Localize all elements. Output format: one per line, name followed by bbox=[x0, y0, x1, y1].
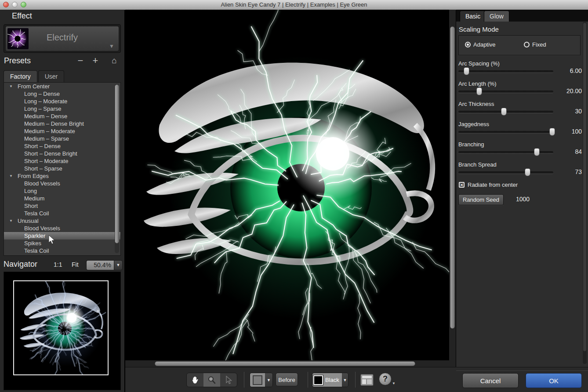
radiate-from-center-checkbox[interactable]: × Radiate from center bbox=[459, 181, 518, 188]
slider-label: Jaggedness bbox=[458, 121, 489, 127]
settings-scroll-thumb[interactable] bbox=[583, 23, 586, 351]
select-tool-button[interactable] bbox=[220, 373, 237, 387]
slider-track[interactable] bbox=[458, 151, 553, 153]
preset-item-label: Short – Dense bbox=[24, 142, 61, 150]
preset-group-row[interactable]: ▼From Edges bbox=[4, 172, 120, 180]
zoom-actual-size-button[interactable]: 1:1 bbox=[54, 261, 62, 268]
slider-thumb[interactable] bbox=[534, 148, 540, 156]
hand-tool-button[interactable] bbox=[187, 373, 203, 387]
canvas-hscrollbar[interactable] bbox=[125, 360, 449, 367]
random-seed-value: 1000 bbox=[516, 196, 530, 203]
zoom-level-field[interactable]: 50.4% bbox=[86, 260, 114, 270]
group-expanded-icon[interactable]: ▼ bbox=[9, 217, 13, 225]
preset-item-row[interactable]: Medium – Sparse bbox=[4, 135, 120, 142]
group-expanded-icon[interactable]: ▼ bbox=[9, 83, 13, 90]
preset-item-row[interactable]: Long – Dense bbox=[4, 90, 120, 98]
cancel-button[interactable]: Cancel bbox=[462, 373, 519, 388]
preset-item-row[interactable]: Sparkler bbox=[4, 232, 120, 240]
preset-group-row[interactable]: ▼Unusual bbox=[4, 217, 120, 225]
group-expanded-icon[interactable]: ▼ bbox=[9, 172, 13, 180]
settings-tabstrip: Basic Glow bbox=[456, 10, 588, 22]
preset-item-row[interactable]: Medium bbox=[4, 195, 120, 202]
preset-item-row[interactable]: Short – Dense Bright bbox=[4, 150, 120, 157]
view-mode-dropdown-arrow[interactable]: ▼ bbox=[265, 373, 272, 387]
preset-item-label: Medium – Dense bbox=[24, 113, 67, 120]
panel-layout-button[interactable] bbox=[360, 374, 374, 386]
slider-track[interactable] bbox=[458, 111, 553, 113]
background-color-dropdown-arrow[interactable]: ▼ bbox=[342, 373, 348, 387]
help-dropdown-arrow[interactable]: ▼ bbox=[392, 381, 396, 385]
canvas-vscroll-thumb[interactable] bbox=[450, 26, 455, 329]
view-mode-selector[interactable]: ▼ bbox=[250, 373, 273, 387]
preset-list-scrollbar[interactable] bbox=[115, 84, 119, 253]
preset-list-scroll-thumb[interactable] bbox=[115, 84, 119, 243]
remove-preset-button[interactable]: − bbox=[75, 55, 86, 66]
preset-item-label: Sparkler bbox=[24, 232, 45, 240]
toolbar-separator bbox=[308, 372, 308, 388]
slider-track[interactable] bbox=[458, 70, 553, 73]
slider-label: Branch Spread bbox=[458, 161, 497, 168]
before-button[interactable]: Before bbox=[276, 373, 298, 386]
preset-item-row[interactable]: Short – Sparse bbox=[4, 165, 120, 172]
tab-factory[interactable]: Factory bbox=[4, 70, 37, 82]
preset-item-row[interactable]: Short – Dense bbox=[4, 142, 120, 150]
settings-scrollbar[interactable] bbox=[583, 22, 587, 364]
tab-user[interactable]: User bbox=[38, 70, 65, 82]
zoom-fit-button[interactable]: Fit bbox=[72, 261, 79, 268]
preset-item-row[interactable]: Short – Moderate bbox=[4, 157, 120, 165]
slider-label: Arc Spacing (%) bbox=[458, 60, 500, 67]
preset-item-row[interactable]: Spikes bbox=[4, 240, 120, 247]
preset-item-row[interactable]: Medium – Dense bbox=[4, 113, 120, 120]
preset-item-row[interactable]: Long – Moderate bbox=[4, 98, 120, 105]
slider-value: 30 bbox=[555, 108, 582, 115]
slider-track[interactable] bbox=[458, 91, 553, 93]
preset-group-label: Unusual bbox=[18, 217, 39, 225]
hand-icon bbox=[191, 376, 200, 385]
navigator-thumbnail[interactable] bbox=[13, 280, 109, 375]
preset-item-row[interactable]: Short bbox=[4, 202, 120, 210]
radio-fixed[interactable]: Fixed bbox=[524, 41, 546, 48]
tab-basic[interactable]: Basic bbox=[460, 11, 486, 22]
slider-thumb[interactable] bbox=[525, 168, 530, 176]
add-preset-button[interactable]: + bbox=[90, 55, 101, 66]
zoom-dropdown-button[interactable]: ▼ bbox=[114, 260, 123, 270]
preset-item-row[interactable]: Long – Sparse bbox=[4, 105, 120, 113]
preset-item-label: Short – Dense Bright bbox=[24, 150, 77, 157]
effect-selector[interactable]: Electrify ▼ bbox=[5, 26, 119, 51]
preset-item-label: Blood Vessels bbox=[24, 225, 60, 232]
preset-item-row[interactable]: Tesla Coil bbox=[4, 210, 120, 217]
effect-selector-frame: Electrify ▼ bbox=[4, 24, 121, 53]
preset-item-row[interactable]: Tesla Coil bbox=[4, 247, 120, 254]
radiate-label: Radiate from center bbox=[468, 181, 518, 188]
preset-item-row[interactable]: Medium – Moderate bbox=[4, 127, 120, 135]
slider-track[interactable] bbox=[458, 171, 553, 174]
preset-item-row[interactable]: Medium – Dense Bright bbox=[4, 120, 120, 127]
slider-thumb[interactable] bbox=[501, 108, 507, 116]
tab-glow[interactable]: Glow bbox=[484, 11, 509, 22]
slider-row: Jaggedness100 bbox=[456, 121, 588, 141]
preset-item-row[interactable]: Long bbox=[4, 187, 120, 195]
preset-item-row[interactable]: Blood Vessels bbox=[4, 225, 120, 232]
canvas-vscrollbar[interactable] bbox=[449, 10, 456, 367]
radio-button-icon bbox=[465, 42, 471, 47]
home-icon[interactable]: ⌂ bbox=[109, 55, 120, 66]
canvas-viewport[interactable] bbox=[125, 10, 449, 360]
slider-thumb[interactable] bbox=[476, 87, 482, 95]
app-window: Alien Skin Eye Candy 7 | Electrify | Exa… bbox=[0, 0, 588, 392]
preset-item-label: Long bbox=[24, 187, 37, 195]
canvas-hscroll-thumb[interactable] bbox=[155, 361, 415, 366]
radio-adaptive[interactable]: Adaptive bbox=[465, 41, 496, 48]
random-seed-button[interactable]: Random Seed bbox=[458, 194, 504, 205]
slider-track[interactable] bbox=[458, 131, 553, 133]
help-button[interactable]: ? bbox=[379, 373, 392, 385]
preset-item-label: Short bbox=[24, 202, 38, 210]
preset-tabs: Factory User bbox=[4, 70, 65, 82]
preset-item-label: Short – Moderate bbox=[24, 157, 68, 165]
slider-thumb[interactable] bbox=[464, 67, 469, 75]
preset-group-row[interactable]: ▼From Center bbox=[4, 83, 120, 90]
slider-thumb[interactable] bbox=[549, 128, 555, 136]
background-color-selector[interactable]: Black ▼ bbox=[312, 373, 348, 387]
preset-item-row[interactable]: Blood Vessels bbox=[4, 180, 120, 187]
ok-button[interactable]: OK bbox=[526, 373, 582, 388]
zoom-tool-button[interactable] bbox=[203, 373, 220, 387]
